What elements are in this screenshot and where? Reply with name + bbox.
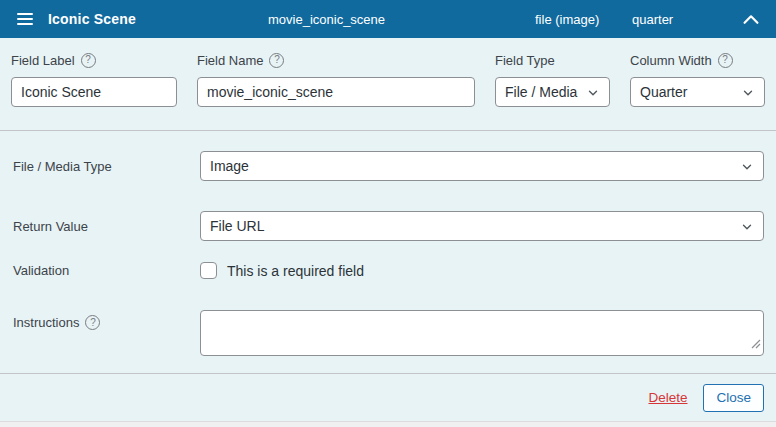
- required-field-option[interactable]: This is a required field: [200, 262, 764, 279]
- field-type-group: Field Type File / Media: [495, 52, 610, 130]
- field-type-summary: file (image): [535, 12, 599, 27]
- column-width-selected-value: Quarter: [640, 84, 687, 100]
- return-value-label: Return Value: [13, 219, 88, 234]
- column-width-label: Column Width: [630, 53, 712, 68]
- instructions-row: Instructions ?: [13, 310, 764, 356]
- field-name-label: Field Name: [197, 53, 263, 68]
- chevron-down-icon: [740, 160, 754, 177]
- field-settings-panel: Iconic Scene movie_iconic_scene file (im…: [0, 0, 776, 421]
- field-header-bar[interactable]: Iconic Scene movie_iconic_scene file (im…: [0, 0, 776, 38]
- field-name-input[interactable]: [197, 77, 475, 107]
- field-type-selected-value: File / Media: [505, 84, 577, 100]
- field-type-label: Field Type: [495, 53, 555, 68]
- field-label-label: Field Label: [11, 53, 75, 68]
- help-icon[interactable]: ?: [269, 53, 284, 68]
- help-icon[interactable]: ?: [718, 53, 733, 68]
- instructions-label: Instructions: [13, 315, 79, 330]
- chevron-down-icon: [741, 86, 755, 103]
- column-width-select[interactable]: Quarter: [630, 77, 765, 107]
- field-label-group: Field Label ?: [11, 52, 177, 130]
- field-settings-section: File / Media Type Image Return Value Fil…: [0, 131, 776, 374]
- media-type-label: File / Media Type: [13, 159, 112, 174]
- drag-handle-icon[interactable]: [17, 13, 33, 25]
- chevron-down-icon: [740, 220, 754, 237]
- column-width-summary: quarter: [632, 12, 673, 27]
- help-icon[interactable]: ?: [81, 53, 96, 68]
- validation-label: Validation: [13, 263, 69, 278]
- chevron-down-icon: [586, 86, 600, 103]
- required-field-checkbox[interactable]: [200, 262, 217, 279]
- column-width-group: Column Width ? Quarter: [630, 52, 765, 130]
- field-summary-row: Field Label ? Field Name ? Field Type Fi…: [0, 38, 776, 131]
- return-value-select[interactable]: File URL: [200, 211, 764, 241]
- validation-row: Validation This is a required field: [13, 262, 764, 279]
- field-title: Iconic Scene: [48, 11, 136, 27]
- help-icon[interactable]: ?: [85, 315, 100, 330]
- chevron-up-icon[interactable]: [740, 9, 762, 31]
- instructions-textarea[interactable]: [200, 310, 764, 356]
- media-type-row: File / Media Type Image: [13, 151, 764, 181]
- page-background-strip: [0, 421, 776, 427]
- return-value-selected-value: File URL: [210, 218, 264, 234]
- close-button[interactable]: Close: [703, 384, 764, 412]
- panel-footer: Delete Close: [0, 374, 776, 421]
- media-type-selected-value: Image: [210, 158, 249, 174]
- field-name-group: Field Name ?: [197, 52, 475, 130]
- field-type-select[interactable]: File / Media: [495, 77, 610, 107]
- required-field-checkbox-label: This is a required field: [227, 263, 364, 279]
- delete-button[interactable]: Delete: [648, 390, 687, 405]
- field-label-input[interactable]: [11, 77, 177, 107]
- resize-grip-icon[interactable]: [751, 335, 761, 353]
- media-type-select[interactable]: Image: [200, 151, 764, 181]
- return-value-row: Return Value File URL: [13, 211, 764, 241]
- field-name-summary: movie_iconic_scene: [268, 12, 385, 27]
